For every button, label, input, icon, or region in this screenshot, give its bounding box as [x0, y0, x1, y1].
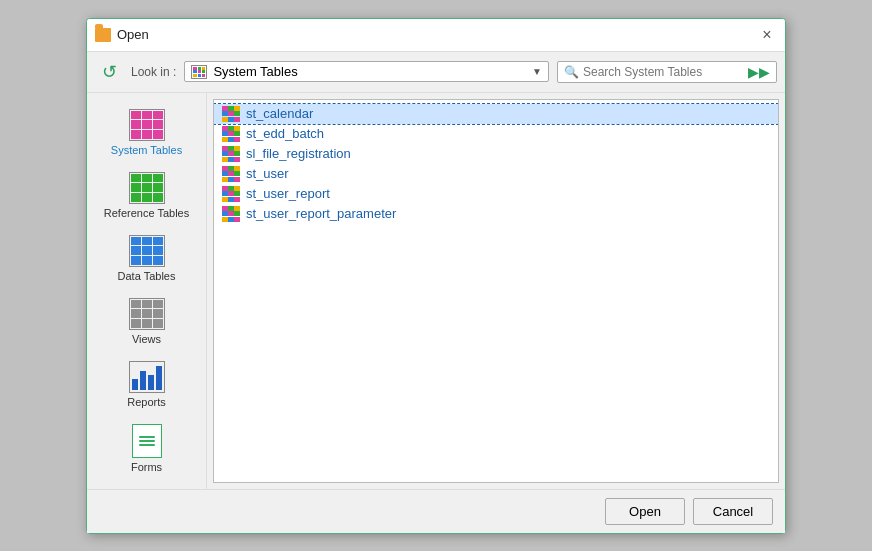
search-box: 🔍 ▶▶	[557, 61, 777, 83]
folder-icon	[95, 28, 111, 42]
system-tables-icon	[129, 109, 165, 141]
file-item[interactable]: st_user_report_parameter	[214, 204, 778, 224]
search-icon: 🔍	[564, 65, 579, 79]
search-go-icon[interactable]: ▶▶	[748, 64, 770, 80]
file-name: st_user_report	[246, 186, 330, 201]
sidebar-item-views[interactable]: Views	[87, 292, 206, 351]
lookin-label: Look in :	[131, 65, 176, 79]
cancel-button[interactable]: Cancel	[693, 498, 773, 525]
sidebar-label-data-tables: Data Tables	[118, 270, 176, 282]
title-left: Open	[95, 27, 149, 42]
file-icon	[222, 146, 240, 162]
toolbar: ↺ Look in : System Tables ▼ 🔍 ▶▶	[87, 52, 785, 93]
reference-tables-icon	[129, 172, 165, 204]
sidebar: System Tables Reference Tables Data Ta	[87, 93, 207, 489]
sidebar-label-system-tables: System Tables	[111, 144, 182, 156]
file-name: st_calendar	[246, 106, 313, 121]
bottom-bar: Open Cancel	[87, 489, 785, 533]
search-input[interactable]	[583, 65, 744, 79]
forms-icon	[132, 424, 162, 458]
sidebar-label-reference-tables: Reference Tables	[104, 207, 189, 219]
sidebar-item-system-tables[interactable]: System Tables	[87, 103, 206, 162]
dialog-title: Open	[117, 27, 149, 42]
file-item[interactable]: sl_file_registration	[214, 144, 778, 164]
file-icon	[222, 186, 240, 202]
lookin-value: System Tables	[213, 64, 526, 79]
file-item[interactable]: st_edd_batch	[214, 124, 778, 144]
file-item[interactable]: st_user	[214, 164, 778, 184]
reports-icon	[129, 361, 165, 393]
sidebar-label-reports: Reports	[127, 396, 166, 408]
refresh-button[interactable]: ↺	[95, 58, 123, 86]
sidebar-item-reports[interactable]: Reports	[87, 355, 206, 414]
data-tables-icon	[129, 235, 165, 267]
file-icon	[222, 206, 240, 222]
open-button[interactable]: Open	[605, 498, 685, 525]
lookin-dropdown[interactable]: System Tables ▼	[184, 61, 549, 82]
file-name: st_user_report_parameter	[246, 206, 396, 221]
file-name: st_user	[246, 166, 289, 181]
main-content: System Tables Reference Tables Data Ta	[87, 93, 785, 489]
open-dialog: Open × ↺ Look in : System Tables ▼ 🔍 ▶▶	[86, 18, 786, 534]
chevron-down-icon: ▼	[532, 66, 542, 77]
sidebar-label-forms: Forms	[131, 461, 162, 473]
sidebar-item-forms[interactable]: Forms	[87, 418, 206, 479]
sidebar-item-reference-tables[interactable]: Reference Tables	[87, 166, 206, 225]
file-list: st_calendar st_edd_batch sl_file_registr…	[213, 99, 779, 483]
title-bar: Open ×	[87, 19, 785, 52]
sidebar-label-views: Views	[132, 333, 161, 345]
file-icon	[222, 166, 240, 182]
file-item[interactable]: st_calendar	[214, 104, 778, 124]
close-button[interactable]: ×	[757, 25, 777, 45]
lookin-icon	[191, 65, 207, 79]
views-icon	[129, 298, 165, 330]
file-item[interactable]: st_user_report	[214, 184, 778, 204]
file-name: sl_file_registration	[246, 146, 351, 161]
file-icon	[222, 106, 240, 122]
file-name: st_edd_batch	[246, 126, 324, 141]
sidebar-item-data-tables[interactable]: Data Tables	[87, 229, 206, 288]
file-icon	[222, 126, 240, 142]
